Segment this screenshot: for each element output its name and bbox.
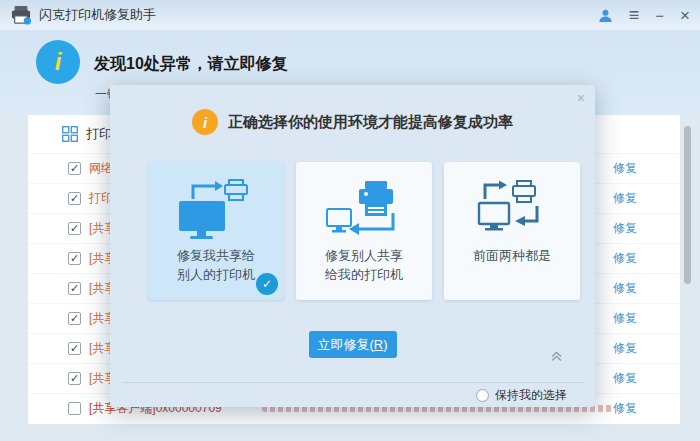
dialog-info-icon: i (192, 109, 218, 135)
card-fix-my-shared-printer[interactable]: 修复我共享给 别人的打印机 ✓ (148, 162, 284, 300)
keep-choice-radio[interactable] (476, 389, 489, 402)
app-title: 闪克打印机修复助手 (39, 6, 156, 24)
alert-subtitle-fragment: 一键 (95, 86, 110, 102)
card-fix-printer-shared-to-me[interactable]: 修复别人共享 给我的打印机 ✓ (296, 162, 432, 300)
checkbox[interactable]: ✓ (68, 252, 81, 265)
fix-link[interactable]: 修复 (613, 220, 637, 237)
collapse-chevron-icon[interactable] (550, 348, 563, 366)
checkbox[interactable]: ✓ (68, 312, 81, 325)
monitor-printer-cycle-icon (473, 174, 551, 246)
checkbox[interactable]: ✓ (68, 162, 81, 175)
info-icon: i (36, 40, 80, 84)
fix-link[interactable]: 修复 (613, 160, 637, 177)
checkbox[interactable]: ✓ (68, 342, 81, 355)
card-both-environments[interactable]: 前面两种都是 ✓ (444, 162, 580, 300)
scrollbar (684, 120, 691, 424)
titlebar: 闪克打印机修复助手 ≡ − × (0, 0, 700, 30)
grid-icon (62, 126, 78, 142)
card-label: 前面两种都是 (473, 246, 551, 265)
checkbox[interactable]: ✓ (68, 192, 81, 205)
printer-logo-icon (10, 5, 32, 25)
monitor-to-printer-icon (177, 174, 255, 246)
checkbox[interactable]: ✓ (68, 222, 81, 235)
keep-choice-label: 保持我的选择 (495, 387, 567, 404)
fix-link[interactable]: 修复 (613, 370, 637, 387)
card-label: 修复别人共享 给我的打印机 (325, 246, 403, 284)
fix-link[interactable]: 修复 (613, 250, 637, 267)
checkbox[interactable]: ✓ (68, 282, 81, 295)
close-button[interactable]: × (680, 7, 690, 24)
environment-cards: 修复我共享给 别人的打印机 ✓ (148, 162, 580, 300)
dialog-title: 正确选择你的使用环境才能提高修复成功率 (228, 113, 513, 132)
fix-link[interactable]: 修复 (613, 340, 637, 357)
user-account-icon[interactable] (598, 8, 613, 23)
card-label: 修复我共享给 别人的打印机 (177, 246, 255, 284)
fix-link[interactable]: 修复 (613, 400, 637, 417)
environment-choice-dialog: × i 正确选择你的使用环境才能提高修复成功率 修复我共享给 (110, 85, 595, 407)
checkbox[interactable]: ✓ (68, 372, 81, 385)
fix-link[interactable]: 修复 (613, 310, 637, 327)
fix-now-button[interactable]: 立即修复(R) (309, 331, 397, 358)
scrollbar-thumb[interactable] (684, 126, 691, 284)
fix-link[interactable]: 修复 (613, 190, 637, 207)
printer-to-monitor-icon (325, 174, 403, 246)
alert-title: 发现10处异常，请立即修复 (94, 54, 288, 75)
minimize-button[interactable]: − (655, 8, 664, 23)
dialog-close-icon[interactable]: × (577, 90, 585, 106)
fix-link[interactable]: 修复 (613, 280, 637, 297)
selected-check-icon: ✓ (256, 273, 278, 295)
checkbox[interactable] (68, 402, 81, 415)
menu-icon[interactable]: ≡ (629, 6, 640, 24)
